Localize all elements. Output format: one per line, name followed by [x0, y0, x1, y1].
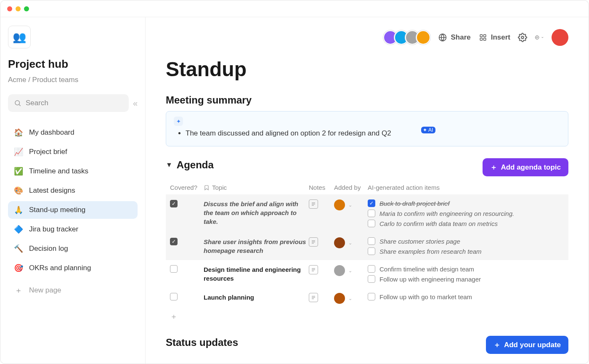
ai-action-item: Follow up with engineering manager: [368, 275, 564, 283]
sidebar-item-latest-designs[interactable]: 🎨Latest designs: [8, 182, 138, 199]
covered-checkbox[interactable]: ✓: [170, 238, 178, 245]
summary-bullet[interactable]: The team discussed and aligned on option…: [186, 128, 560, 138]
covered-checkbox[interactable]: [170, 293, 178, 300]
ai-item-checkbox[interactable]: [368, 247, 375, 255]
ai-item-text[interactable]: Share examples from research team: [379, 248, 482, 255]
insert-button[interactable]: Insert: [478, 33, 510, 42]
breadcrumb[interactable]: Acme / Product teams: [8, 76, 138, 84]
nav-item-icon: 🔷: [14, 225, 23, 234]
user-avatar[interactable]: [552, 29, 568, 46]
new-page-button[interactable]: ＋ New page: [8, 281, 138, 300]
settings-button[interactable]: [518, 33, 527, 42]
added-by-avatar[interactable]: [334, 293, 345, 304]
ai-action-item: Share examples from research team: [368, 247, 564, 255]
ai-badge-label: AI: [428, 127, 433, 133]
ai-item-checkbox[interactable]: [368, 237, 375, 245]
ai-item-checkbox[interactable]: ✓: [368, 199, 375, 207]
ai-item-text[interactable]: Buck to draft project brief: [379, 200, 450, 207]
ai-item-text[interactable]: Confirm timeline with design team: [379, 266, 474, 273]
sidebar-item-stand-up-meeting[interactable]: 🙏Stand-up meeting: [8, 201, 138, 219]
chevron-down-icon[interactable]: ⌄: [348, 296, 352, 301]
workspace-emoji: 👥: [13, 31, 26, 44]
added-by-avatar[interactable]: [334, 237, 345, 248]
ai-item-text[interactable]: Carlo to confirm with data team on metri…: [379, 220, 498, 227]
share-button[interactable]: Share: [438, 33, 470, 42]
topic-text[interactable]: Design timeline and engineering resource…: [204, 265, 309, 283]
ai-item-checkbox[interactable]: [368, 220, 375, 227]
search-placeholder: Search: [26, 99, 48, 107]
covered-checkbox[interactable]: [170, 265, 178, 273]
sidebar-item-okrs-and-planning[interactable]: 🎯OKRs and planning: [8, 259, 138, 277]
added-by-avatar[interactable]: [334, 199, 345, 210]
caret-down-icon[interactable]: ▼: [166, 161, 172, 169]
topic-text[interactable]: Launch planning: [204, 293, 309, 302]
nav-item-icon: 🏠: [14, 128, 23, 137]
search-input[interactable]: Search: [8, 94, 129, 112]
notes-icon[interactable]: [309, 199, 318, 209]
sidebar: 👥 Project hub Acme / Product teams Searc…: [0, 17, 146, 364]
topbar: Share Insert: [166, 27, 568, 58]
chevron-down-icon[interactable]: ⌄: [348, 268, 352, 274]
ai-item-checkbox[interactable]: [368, 265, 375, 273]
agenda-heading[interactable]: ▼ Agenda: [166, 159, 214, 171]
page-title[interactable]: Standup: [166, 58, 568, 81]
sidebar-item-decision-log[interactable]: 🔨Decision log: [8, 240, 138, 258]
ai-item-checkbox[interactable]: [368, 293, 375, 300]
sidebar-item-project-brief[interactable]: 📈Project brief: [8, 143, 138, 161]
svg-line-1: [19, 104, 20, 106]
notes-icon[interactable]: [309, 237, 318, 247]
sidebar-item-my-dashboard[interactable]: 🏠My dashboard: [8, 124, 138, 141]
ai-item-checkbox[interactable]: [368, 275, 375, 283]
window-titlebar: [0, 0, 589, 17]
agenda-row: Launch planning⌄Follow up with go to mar…: [166, 288, 568, 309]
workspace-title: Project hub: [8, 58, 138, 71]
col-ai-items[interactable]: AI-generated action items: [368, 184, 564, 191]
collapse-sidebar-button[interactable]: «: [133, 98, 138, 108]
ai-item-text[interactable]: Follow up with engineering manager: [379, 276, 481, 283]
notes-icon[interactable]: [309, 265, 318, 274]
sidebar-item-timeline-and-tasks[interactable]: ✅Timeline and tasks: [8, 162, 138, 180]
topic-text[interactable]: Discuss the brief and align with the tea…: [204, 199, 309, 226]
minimize-window-button[interactable]: [16, 6, 21, 11]
collaborator-avatar[interactable]: [416, 30, 430, 45]
nav-item-icon: 📈: [14, 147, 23, 157]
col-notes[interactable]: Notes: [309, 184, 334, 191]
comments-button[interactable]: [535, 33, 544, 42]
add-agenda-topic-button[interactable]: ＋ Add agenda topic: [483, 158, 568, 176]
plus-icon: ＋: [493, 340, 501, 350]
ai-action-item: ✓Buck to draft project brief: [368, 199, 564, 207]
col-added-by[interactable]: Added by: [334, 184, 368, 191]
col-topic[interactable]: Topic: [204, 184, 309, 191]
workspace-icon[interactable]: 👥: [8, 26, 31, 48]
sidebar-item-jira-bug-tracker[interactable]: 🔷Jira bug tracker: [8, 221, 138, 238]
ai-action-item: Confirm timeline with design team: [368, 265, 564, 273]
status-heading: Status updates: [166, 337, 238, 348]
ai-item-text[interactable]: Follow up with go to market team: [379, 293, 472, 300]
ai-action-item: Carlo to confirm with data team on metri…: [368, 220, 564, 227]
plus-icon: ＋: [490, 162, 497, 172]
summary-box[interactable]: ✦ The team discussed and aligned on opti…: [166, 111, 568, 146]
add-row-button[interactable]: ＋: [166, 309, 568, 324]
topic-text[interactable]: Share user insights from previous homepa…: [204, 237, 309, 255]
added-by-avatar[interactable]: [334, 265, 345, 276]
add-update-button[interactable]: ＋ Add your update: [486, 336, 568, 354]
bookmark-icon: [204, 185, 210, 191]
close-window-button[interactable]: [7, 6, 12, 11]
agenda-row: ✓Share user insights from previous homep…: [166, 232, 568, 260]
comment-icon: [535, 33, 539, 42]
ai-item-text[interactable]: Maria to confirm with engineering on res…: [379, 210, 514, 217]
chevron-down-icon[interactable]: ⌄: [348, 240, 352, 246]
maximize-window-button[interactable]: [24, 6, 29, 11]
search-icon: [14, 99, 21, 107]
notes-icon[interactable]: [309, 293, 318, 302]
collaborator-avatars[interactable]: [383, 30, 430, 45]
ai-badge[interactable]: ✦ AI: [421, 127, 435, 133]
chevron-down-icon[interactable]: ⌄: [348, 202, 352, 208]
gear-icon: [518, 33, 527, 42]
col-covered[interactable]: Covered?: [170, 184, 204, 191]
ai-item-checkbox[interactable]: [368, 210, 375, 217]
covered-checkbox[interactable]: ✓: [170, 200, 178, 207]
agenda-table: Covered? Topic Notes Added by AI-generat…: [166, 181, 568, 324]
ai-item-text[interactable]: Share customer stories page: [379, 238, 460, 245]
agenda-row: ✓Discuss the brief and align with the te…: [166, 194, 568, 232]
